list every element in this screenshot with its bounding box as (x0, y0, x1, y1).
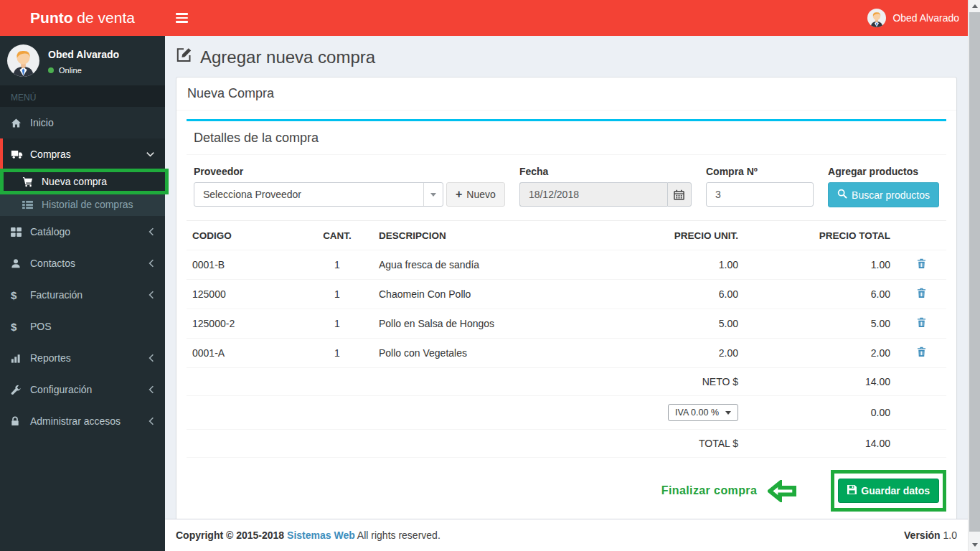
sidebar-item-compras[interactable]: Compras (0, 138, 165, 170)
list-icon (22, 200, 42, 209)
sidebar-item-facturacion[interactable]: $ Facturación (0, 279, 165, 311)
iva-selected-value: IVA 0.00 % (675, 408, 719, 418)
cell-cant: 1 (301, 339, 373, 368)
form-actions: Finalizar compra Guardar datos (187, 458, 946, 524)
chevron-left-icon (149, 385, 154, 394)
calendar-icon[interactable] (667, 182, 692, 207)
sidebar-item-label: Historial de compras (42, 199, 133, 210)
brand-rest: de venta (73, 9, 135, 26)
cell-cant: 1 (301, 309, 373, 339)
sidebar-menu-label: MENÚ (0, 85, 165, 107)
truck-icon (11, 149, 30, 159)
compra-numero-label: Compra Nº (706, 166, 814, 177)
col-header-precio-unit: PRECIO UNIT. (579, 221, 744, 250)
version-text: Versión 1.0 (904, 529, 957, 541)
sidebar-item-reportes[interactable]: Reportes (0, 342, 165, 374)
col-header-codigo: CODIGO (187, 221, 301, 250)
sidebar-item-catalogo[interactable]: Catálogo (0, 216, 165, 248)
sidebar-item-label: Contactos (30, 258, 75, 269)
cart-icon (22, 176, 42, 187)
field-proveedor: Proveedor Selecciona Proveedor + Nuevo (194, 166, 505, 207)
trash-icon[interactable] (917, 347, 926, 357)
cell-descripcion: Agua fresca de sandía (373, 250, 579, 280)
save-icon (847, 485, 857, 496)
sidebar-item-label: Catálogo (30, 226, 70, 237)
dollar-icon: $ (11, 321, 30, 332)
compra-numero-input[interactable] (706, 182, 814, 207)
sidebar-submenu-compras: Nueva compra Historial de compras (0, 170, 165, 216)
scrollbar-up-arrow[interactable] (969, 0, 980, 12)
proveedor-select[interactable]: Selecciona Proveedor (194, 182, 443, 207)
copyright-years: Copyright © 2015-2018 (176, 529, 284, 541)
trash-icon[interactable] (917, 258, 926, 269)
finalizar-compra-label: Finalizar compra (661, 484, 758, 497)
plus-icon: + (456, 189, 462, 200)
wrench-icon (11, 385, 30, 395)
guardar-datos-button[interactable]: Guardar datos (838, 479, 939, 503)
sidebar-user-name: Obed Alvarado (48, 49, 119, 60)
grid-icon (11, 227, 30, 237)
field-fecha: Fecha (519, 166, 692, 207)
sistemas-web-link[interactable]: Sistemas Web (287, 529, 355, 541)
chevron-left-icon (149, 291, 154, 299)
cell-descripcion: Pollo en Salsa de Hongos (373, 309, 579, 339)
scrollbar-down-arrow[interactable] (969, 539, 980, 551)
cell-precio-total: 6.00 (744, 280, 896, 309)
sidebar-item-pos[interactable]: $ POS (0, 311, 165, 342)
fecha-input[interactable] (519, 182, 667, 207)
sidebar-item-historial-compras[interactable]: Historial de compras (0, 193, 165, 216)
sidebar-item-administrar-accesos[interactable]: Administrar accesos (0, 405, 165, 437)
total-value: 14.00 (744, 430, 896, 458)
copyright-text: Copyright © 2015-2018 Sistemas Web All r… (176, 529, 440, 541)
neto-label: NETO $ (579, 368, 744, 396)
cell-precio-unit: 5.00 (579, 309, 744, 339)
trash-icon[interactable] (917, 288, 926, 298)
cell-precio-unit: 2.00 (579, 339, 744, 368)
iva-select[interactable]: IVA 0.00 % (668, 404, 738, 421)
home-icon (11, 118, 30, 128)
sidebar-item-contactos[interactable]: Contactos (0, 248, 165, 279)
iva-value: 0.00 (744, 396, 896, 430)
table-row: 125000-2 1 Pollo en Salsa de Hongos 5.00… (187, 309, 946, 339)
col-header-precio-total: PRECIO TOTAL (744, 221, 896, 250)
annotation-arrow-left-icon (768, 480, 796, 502)
sidebar-item-label: Configuración (30, 384, 92, 395)
top-navbar: Punto de venta Obed Alvarado (0, 0, 968, 36)
trash-icon[interactable] (917, 317, 926, 328)
select-arrow-icon (423, 183, 443, 206)
rights-text: All rights reserved. (357, 529, 440, 541)
sidebar-item-inicio[interactable]: Inicio (0, 107, 165, 138)
annotation-box-guardar: Guardar datos (831, 470, 946, 512)
page-title-text: Agregar nueva compra (200, 47, 375, 67)
online-status-label: Online (59, 66, 82, 75)
sidebar-item-label: Reportes (30, 352, 71, 364)
user-avatar (867, 9, 886, 27)
sidebar-user-avatar (7, 44, 39, 77)
sidebar-item-nueva-compra[interactable]: Nueva compra (0, 170, 165, 193)
buscar-productos-button[interactable]: Buscar productos (828, 182, 939, 207)
buscar-button-label: Buscar productos (852, 189, 930, 201)
sidebar-toggle-icon[interactable] (176, 13, 188, 23)
guardar-button-label: Guardar datos (861, 485, 930, 496)
nuevo-proveedor-button[interactable]: + Nuevo (446, 182, 505, 207)
panel-title: Nueva Compra (176, 77, 956, 110)
navbar-user-menu[interactable]: Obed Alvarado (867, 9, 959, 27)
sidebar-menu: Inicio Compras Nueva compra Historial de… (0, 107, 165, 437)
version-value: 1.0 (943, 529, 957, 541)
user-icon (11, 258, 30, 268)
cell-cant: 1 (301, 250, 373, 280)
cell-descripcion: Pollo con Vegetales (373, 339, 579, 368)
col-header-descripcion: DESCRIPCION (373, 221, 579, 250)
sidebar-item-label: Compras (30, 149, 71, 160)
agregar-productos-label: Agregar productos (828, 166, 939, 177)
sidebar-item-configuracion[interactable]: Configuración (0, 374, 165, 405)
scrollbar-thumb[interactable] (969, 12, 980, 532)
app-logo[interactable]: Punto de venta (0, 0, 165, 36)
neto-value: 14.00 (744, 368, 896, 396)
cell-codigo: 125000 (187, 280, 301, 309)
user-status: Online (48, 66, 119, 75)
sidebar: Obed Alvarado Online MENÚ Inicio Compras (0, 36, 165, 551)
cell-precio-total: 5.00 (744, 309, 896, 339)
scrollbar[interactable] (968, 0, 980, 551)
sidebar-item-label: Facturación (30, 289, 83, 301)
